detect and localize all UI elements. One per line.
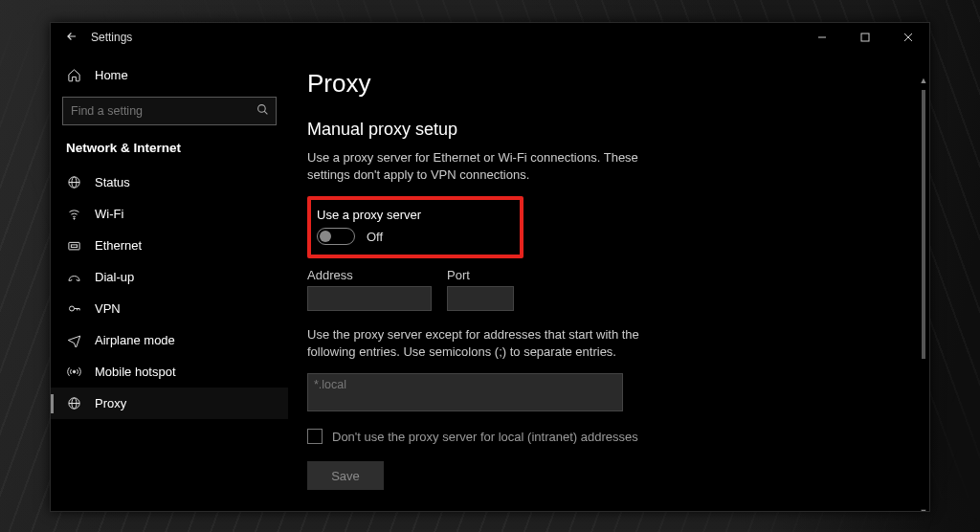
- address-input[interactable]: [307, 286, 432, 311]
- section-description: Use a proxy server for Ethernet or Wi-Fi…: [307, 149, 652, 183]
- minimize-button[interactable]: [800, 23, 843, 52]
- toggle-label: Use a proxy server: [317, 208, 510, 222]
- sidebar-item-label: Status: [95, 175, 130, 189]
- back-button[interactable]: [58, 30, 85, 46]
- use-proxy-toggle[interactable]: [317, 228, 355, 245]
- titlebar: Settings: [51, 23, 929, 52]
- sidebar-item-label: VPN: [95, 301, 121, 316]
- sidebar-item-wi-fi[interactable]: Wi-Fi: [51, 198, 288, 230]
- svg-point-12: [69, 306, 74, 311]
- local-checkbox-label: Don't use the proxy server for local (in…: [332, 430, 638, 444]
- sidebar-item-label: Dial-up: [95, 270, 134, 284]
- port-input[interactable]: [447, 286, 514, 311]
- wifi-icon: [66, 207, 81, 221]
- svg-rect-11: [71, 245, 77, 248]
- address-label: Address: [307, 268, 432, 282]
- ethernet-icon: [66, 238, 81, 253]
- search-icon: [256, 103, 269, 119]
- sidebar: Home Network & Internet StatusWi-FiEther…: [51, 52, 288, 511]
- svg-point-9: [73, 218, 74, 219]
- sidebar-item-dial-up[interactable]: Dial-up: [51, 261, 288, 293]
- proxy-toggle-highlight: Use a proxy server Off: [307, 196, 523, 258]
- svg-point-13: [73, 370, 76, 373]
- search-wrap: [62, 97, 277, 125]
- sidebar-item-ethernet[interactable]: Ethernet: [51, 230, 288, 261]
- hotspot-icon: [66, 365, 81, 379]
- airplane-icon: [66, 333, 81, 347]
- sidebar-item-status[interactable]: Status: [51, 166, 288, 198]
- home-icon: [66, 68, 81, 82]
- svg-point-4: [258, 105, 266, 113]
- except-textarea[interactable]: *.local: [307, 373, 623, 411]
- section-title: Manual proxy setup: [307, 120, 929, 140]
- sidebar-item-label: Ethernet: [95, 238, 142, 253]
- vpn-icon: [66, 301, 81, 316]
- svg-rect-1: [861, 33, 869, 41]
- toggle-state: Off: [367, 230, 383, 244]
- maximize-button[interactable]: [843, 23, 886, 52]
- sidebar-section-title: Network & Internet: [51, 137, 288, 166]
- home-label: Home: [95, 68, 128, 82]
- home-nav[interactable]: Home: [51, 59, 288, 91]
- dialup-icon: [66, 270, 81, 284]
- sidebar-item-mobile-hotspot[interactable]: Mobile hotspot: [51, 356, 288, 388]
- status-icon: [66, 175, 81, 189]
- save-button[interactable]: Save: [307, 461, 384, 490]
- sidebar-item-label: Proxy: [95, 396, 126, 410]
- settings-window: Settings Home Network & Internet Status: [50, 22, 930, 512]
- sidebar-item-label: Wi-Fi: [95, 207, 123, 221]
- page-title: Proxy: [307, 69, 929, 99]
- search-input[interactable]: [62, 97, 277, 125]
- svg-line-5: [264, 111, 267, 114]
- active-indicator: [51, 394, 54, 413]
- window-title: Settings: [91, 31, 132, 44]
- content-scrollbar[interactable]: ▲ ▼: [922, 90, 925, 503]
- sidebar-item-label: Mobile hotspot: [95, 365, 176, 379]
- sidebar-item-label: Airplane mode: [95, 333, 175, 347]
- toggle-knob: [320, 231, 331, 242]
- local-checkbox[interactable]: [307, 429, 323, 444]
- sidebar-item-vpn[interactable]: VPN: [51, 293, 288, 324]
- port-label: Port: [447, 268, 514, 282]
- content-pane: Proxy Manual proxy setup Use a proxy ser…: [288, 52, 929, 511]
- svg-rect-10: [68, 242, 78, 250]
- proxy-icon: [66, 396, 81, 410]
- except-description: Use the proxy server except for addresse…: [307, 326, 671, 360]
- sidebar-item-proxy[interactable]: Proxy: [51, 388, 288, 419]
- sidebar-item-airplane-mode[interactable]: Airplane mode: [51, 324, 288, 356]
- close-button[interactable]: [886, 23, 929, 52]
